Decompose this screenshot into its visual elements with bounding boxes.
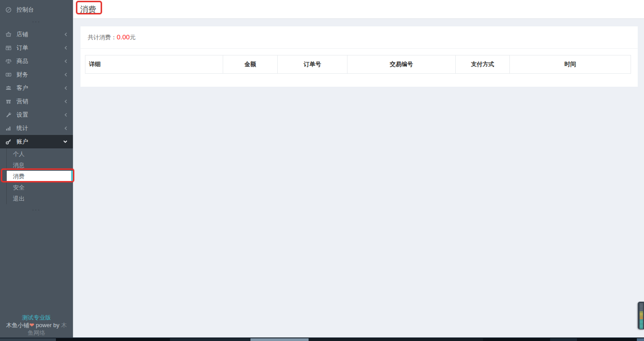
chevron-left-icon xyxy=(64,46,68,50)
total-amount: 0.00 xyxy=(117,33,130,41)
sidebar-item-label: 店铺 xyxy=(17,30,28,38)
submenu-item-personal[interactable]: 个人 xyxy=(0,148,73,160)
summary-label: 共计消费： xyxy=(88,34,117,41)
meter-bar xyxy=(640,303,643,304)
meter-bar xyxy=(640,322,643,323)
sidebar-footer: 测试专业版 木鱼小铺❤ power by 木鱼网络 xyxy=(0,314,73,337)
submenu-item-label: 个人 xyxy=(13,151,25,157)
sidebar-item-products[interactable]: 商品 xyxy=(0,55,73,68)
sidebar-item-settings[interactable]: 设置 xyxy=(0,108,73,122)
customers-icon xyxy=(4,85,13,91)
powered-by-text: power by xyxy=(34,322,61,328)
submenu-item-label: 消息 xyxy=(13,162,25,168)
meter-bar xyxy=(640,305,643,306)
chevron-left-icon xyxy=(64,32,68,37)
meter-bar xyxy=(640,317,643,318)
taskbar-edge[interactable] xyxy=(0,337,644,341)
column-header-transaction-no: 交易编号 xyxy=(347,55,456,74)
sidebar-item-shop[interactable]: 店铺 xyxy=(0,28,73,41)
sidebar-item-label: 设置 xyxy=(17,111,28,119)
sidebar-item-finance[interactable]: 财务 xyxy=(0,68,73,81)
submenu-item-security[interactable]: 安全 xyxy=(0,182,73,193)
submenu-item-logout[interactable]: 退出 xyxy=(0,193,73,204)
meter-bar xyxy=(640,306,643,307)
meter-bar xyxy=(640,325,643,326)
marketing-icon xyxy=(4,98,13,105)
meter-bar xyxy=(640,307,643,308)
currency-unit: 元 xyxy=(130,34,136,41)
meter-bar xyxy=(640,312,643,312)
meter-bar xyxy=(640,321,643,322)
sidebar-item-label: 客户 xyxy=(17,84,28,92)
chevron-left-icon xyxy=(64,113,68,117)
taskbar-segment xyxy=(550,338,577,341)
chevron-left-icon xyxy=(64,99,68,104)
account-submenu: 个人 消息 消费 安全 退出 xyxy=(0,148,73,204)
column-header-order-no: 订单号 xyxy=(278,55,347,74)
taskbar-segment xyxy=(637,338,644,341)
sidebar-item-statistics[interactable]: 统计 xyxy=(0,122,73,135)
credit-text: 木鱼小铺❤ power by 木鱼网络 xyxy=(0,321,73,337)
taskbar-segment xyxy=(250,338,309,341)
sidebar-item-label: 统计 xyxy=(17,124,28,132)
sidebar-item-label: 营销 xyxy=(17,97,28,105)
sidebar-item-dashboard[interactable]: 控制台 xyxy=(0,3,73,17)
page-header: 消费 xyxy=(73,0,644,19)
meter-bar xyxy=(640,320,643,320)
chevron-down-icon xyxy=(63,140,68,143)
submenu-item-label: 退出 xyxy=(13,195,25,202)
shop-icon xyxy=(4,31,13,38)
column-header-amount: 金额 xyxy=(223,55,278,74)
taskbar-segment xyxy=(170,338,250,341)
sidebar-item-label: 订单 xyxy=(17,44,28,52)
meter-bar xyxy=(640,328,643,328)
sidebar-item-label: 账户 xyxy=(17,138,28,146)
column-header-payment-method: 支付方式 xyxy=(456,55,510,74)
summary-row: 共计消费：0.00元 xyxy=(80,26,638,49)
sidebar-item-label: 商品 xyxy=(17,57,28,65)
sidebar-item-marketing[interactable]: 营销 xyxy=(0,95,73,108)
orders-icon xyxy=(4,45,13,51)
edition-link[interactable]: 测试专业版 xyxy=(0,314,73,321)
account-icon xyxy=(4,139,13,145)
column-header-time: 时间 xyxy=(510,55,631,74)
meter-bar xyxy=(640,316,643,316)
brand-name: 木鱼小铺 xyxy=(6,322,30,328)
sidebar-separator: ··· xyxy=(0,17,73,28)
finance-icon xyxy=(4,72,13,78)
table-header-row: 详细 金额 订单号 交易编号 支付方式 时间 xyxy=(85,55,631,74)
meter-bar xyxy=(640,310,643,311)
sidebar: 控制台 ··· 店铺 订单 商品 财务 客户 xyxy=(0,0,73,341)
meter-bar xyxy=(640,324,643,324)
sidebar-item-label: 控制台 xyxy=(17,6,34,14)
chevron-left-icon xyxy=(64,86,68,90)
sidebar-separator: ··· xyxy=(0,204,73,215)
products-icon xyxy=(4,58,13,64)
meter-bar xyxy=(640,314,643,315)
submenu-item-label: 安全 xyxy=(13,184,25,191)
chevron-left-icon xyxy=(64,126,68,131)
sidebar-item-customers[interactable]: 客户 xyxy=(0,81,73,95)
dashboard-icon xyxy=(4,7,13,13)
sidebar-item-label: 财务 xyxy=(17,71,28,79)
meter-bar xyxy=(640,309,643,310)
taskbar-segment xyxy=(0,338,56,341)
submenu-item-messages[interactable]: 消息 xyxy=(0,160,73,171)
chevron-left-icon xyxy=(64,72,68,77)
heart-icon: ❤ xyxy=(30,322,34,328)
submenu-item-consumption[interactable]: 消费 xyxy=(7,171,73,182)
meter-bar xyxy=(640,318,643,319)
volume-meter-widget[interactable] xyxy=(638,302,644,329)
meter-bar xyxy=(640,313,643,314)
page-title: 消费 xyxy=(80,4,96,15)
chevron-left-icon xyxy=(64,59,68,63)
column-header-detail: 详细 xyxy=(85,55,223,74)
submenu-item-label: 消费 xyxy=(13,173,25,180)
sidebar-item-orders[interactable]: 订单 xyxy=(0,41,73,55)
taskbar-segment xyxy=(309,338,483,341)
sidebar-item-account[interactable]: 账户 xyxy=(0,135,73,148)
settings-icon xyxy=(4,112,13,118)
consumption-table: 详细 金额 订单号 交易编号 支付方式 时间 xyxy=(85,55,631,74)
main-content: 消费 共计消费：0.00元 详细 金额 订单号 交易编号 支付方式 时间 xyxy=(73,0,644,341)
statistics-icon xyxy=(4,125,13,131)
